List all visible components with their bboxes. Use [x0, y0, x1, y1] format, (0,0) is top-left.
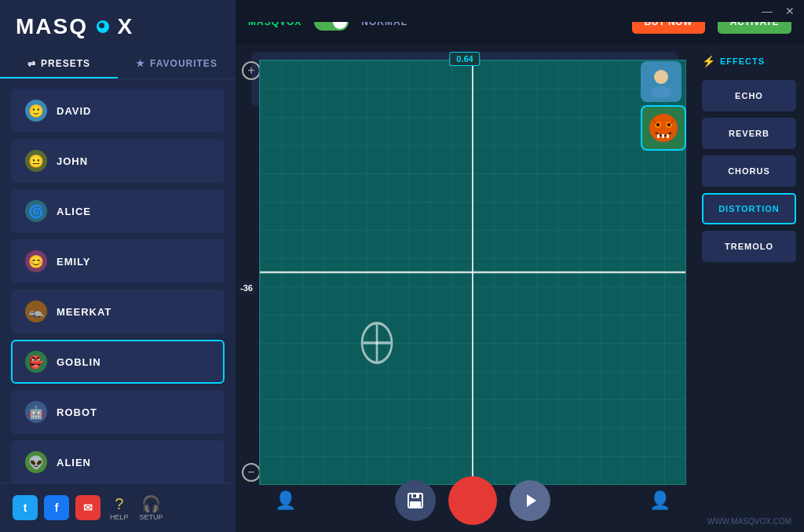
sidebar: MASQ X ⇌ PRESETS ★ FAVOURITES 🙂DAVID😐JOH… — [0, 0, 236, 532]
preset-item-goblin[interactable]: 👺GOBLIN — [11, 340, 225, 384]
effects-panel: ⚡ EFFECTS ECHOREVERBCHORUSDISTORTIONTREM… — [694, 44, 804, 532]
preset-item-alice[interactable]: 🌀ALICE — [11, 189, 225, 233]
twitter-button[interactable]: t — [13, 495, 38, 520]
preset-name-robot: ROBOT — [57, 406, 97, 418]
preset-name-alice: ALICE — [57, 206, 91, 217]
grid-section: 0.64 -36 + − — [236, 44, 694, 532]
zoom-out-button[interactable]: − — [242, 463, 261, 482]
presets-icon: ⇌ — [27, 58, 36, 69]
social-bar: t f ✉ ? HELP 🎧 SETUP — [0, 483, 236, 532]
footer-url: WWW.MASQVOX.COM — [707, 517, 791, 526]
avatar-display — [641, 61, 686, 151]
facebook-button[interactable]: f — [44, 495, 69, 520]
favourites-label: FAVOURITES — [150, 58, 217, 69]
svg-point-6 — [654, 70, 668, 84]
effect-button-reverb[interactable]: REVERB — [702, 118, 796, 149]
record-button[interactable] — [448, 476, 497, 525]
top-value-label: 0.64 — [449, 52, 480, 66]
effect-button-echo[interactable]: ECHO — [702, 80, 796, 111]
svg-rect-19 — [413, 494, 416, 497]
preset-avatar-john: 😐 — [25, 150, 47, 172]
effect-button-chorus[interactable]: CHORUS — [702, 155, 796, 187]
preset-list: 🙂DAVID😐JOHN🌀ALICE😊EMILY🦡MEERKAT👺GOBLIN🤖R… — [0, 79, 236, 483]
preset-avatar-goblin: 👺 — [25, 351, 47, 373]
help-label: HELP — [110, 513, 129, 521]
preset-item-alien[interactable]: 👽ALIEN — [11, 440, 225, 483]
goblin-avatar — [641, 105, 686, 151]
app-logo: MASQ X — [16, 14, 133, 39]
preset-name-john: JOHN — [57, 155, 88, 167]
play-button[interactable] — [510, 480, 550, 521]
help-button[interactable]: ? HELP — [110, 495, 129, 521]
effects-list: ECHOREVERBCHORUSDISTORTIONTREMOLO — [702, 80, 796, 262]
close-button[interactable]: ✕ — [782, 5, 798, 17]
grid-svg — [260, 60, 685, 484]
output-person-icon: 👤 — [649, 490, 671, 511]
effect-button-tremolo[interactable]: TREMOLO — [702, 231, 796, 262]
preset-item-john[interactable]: 😐JOHN — [11, 139, 225, 183]
preset-name-goblin: GOBLIN — [57, 356, 101, 368]
logo-area: MASQ X — [0, 0, 236, 50]
svg-marker-21 — [527, 494, 536, 507]
svg-point-20 — [464, 492, 481, 509]
facebook-icon: f — [55, 501, 59, 514]
left-value-label: -36 — [237, 282, 256, 294]
favourites-icon: ★ — [136, 58, 145, 69]
title-bar: — ✕ — [239, 0, 804, 22]
preset-item-meerkat[interactable]: 🦡MEERKAT — [11, 290, 225, 333]
presets-label: PRESETS — [41, 58, 90, 69]
tabs-row: ⇌ PRESETS ★ FAVOURITES — [0, 50, 236, 79]
svg-rect-14 — [662, 134, 664, 138]
email-icon: ✉ — [83, 501, 93, 514]
pitch-grid[interactable] — [259, 60, 686, 485]
human-avatar — [641, 61, 682, 102]
save-button[interactable] — [395, 480, 436, 521]
preset-item-emily[interactable]: 😊EMILY — [11, 239, 225, 283]
preset-avatar-david: 🙂 — [25, 100, 47, 122]
preset-avatar-robot: 🤖 — [25, 401, 47, 423]
preset-avatar-alien: 👽 — [25, 451, 47, 473]
effects-header: ⚡ EFFECTS — [702, 52, 796, 71]
tab-favourites[interactable]: ★ FAVOURITES — [118, 50, 236, 78]
twitter-icon: t — [24, 501, 27, 514]
zoom-in-button[interactable]: + — [242, 61, 261, 80]
svg-rect-13 — [657, 134, 660, 138]
content-area: 0.64 -36 + − — [236, 44, 804, 532]
help-icon: ? — [115, 495, 123, 513]
minimize-button[interactable]: — — [758, 5, 776, 17]
lightning-icon: ⚡ — [702, 55, 715, 67]
email-button[interactable]: ✉ — [75, 495, 100, 520]
svg-rect-15 — [667, 134, 669, 138]
preset-name-meerkat: MEERKAT — [57, 306, 111, 318]
controls-row: 👤 — [259, 477, 686, 524]
preset-avatar-emily: 😊 — [25, 250, 47, 272]
preset-avatar-meerkat: 🦡 — [25, 301, 47, 322]
preset-avatar-alice: 🌀 — [25, 200, 47, 222]
tab-presets[interactable]: ⇌ PRESETS — [0, 50, 118, 78]
svg-point-7 — [651, 86, 671, 97]
setup-button[interactable]: 🎧 SETUP — [140, 494, 163, 521]
main-area: — ✕ MASQVOX NORMAL BUY NOW ACTIVATE 0.64… — [236, 0, 804, 532]
input-person-icon: 👤 — [275, 490, 296, 511]
effect-button-distortion[interactable]: DISTORTION — [702, 193, 796, 224]
preset-item-robot[interactable]: 🤖ROBOT — [11, 390, 225, 434]
preset-item-david[interactable]: 🙂DAVID — [11, 89, 225, 133]
preset-name-alien: ALIEN — [57, 457, 91, 468]
setup-label: SETUP — [140, 513, 163, 521]
svg-rect-18 — [410, 501, 421, 507]
preset-name-emily: EMILY — [57, 256, 91, 268]
effects-title: EFFECTS — [720, 56, 765, 66]
setup-icon: 🎧 — [141, 494, 161, 513]
preset-name-david: DAVID — [57, 105, 91, 117]
